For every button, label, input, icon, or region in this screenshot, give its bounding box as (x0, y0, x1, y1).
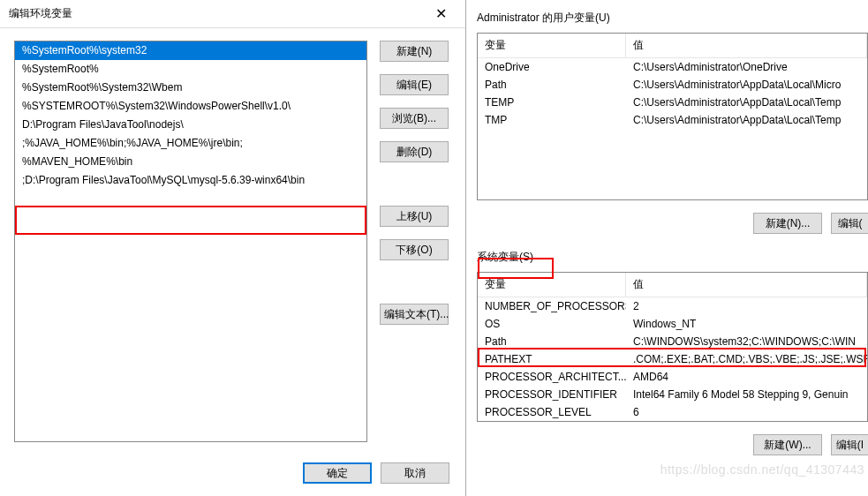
table-row[interactable]: OneDriveC:\Users\Administrator\OneDrive (478, 58, 867, 76)
user-edit-button[interactable]: 编辑( (831, 213, 868, 234)
table-row[interactable]: PROCESSOR_IDENTIFIERIntel64 Family 6 Mod… (478, 386, 867, 403)
column-value[interactable]: 值 (626, 273, 867, 297)
table-row[interactable]: OSWindows_NT (478, 315, 867, 333)
edit-button[interactable]: 编辑(E) (380, 74, 449, 95)
edit-text-button[interactable]: 编辑文本(T)... (380, 304, 449, 325)
table-row[interactable]: PROCESSOR_LEVEL6 (478, 403, 867, 421)
path-entries-listbox[interactable]: %SystemRoot%\system32 %SystemRoot% %Syst… (14, 41, 367, 442)
list-item[interactable]: D:\Program Files\JavaTool\nodejs\ (15, 116, 366, 134)
user-vars-table[interactable]: 变量 值 OneDriveC:\Users\Administrator\OneD… (477, 33, 868, 200)
column-value[interactable]: 值 (626, 34, 867, 57)
edit-env-var-dialog: 编辑环境变量 ✕ %SystemRoot%\system32 %SystemRo… (0, 0, 466, 496)
cancel-button[interactable]: 取消 (381, 462, 449, 484)
list-item[interactable]: %MAVEN_HOME%\bin (15, 153, 366, 171)
list-item[interactable]: ;D:\Program Files\JavaTool\MySQL\mysql-5… (15, 171, 366, 190)
browse-button[interactable]: 浏览(B)... (380, 108, 449, 129)
table-header: 变量 值 (478, 34, 867, 58)
env-vars-panel: Administrator 的用户变量(U) 变量 值 OneDriveC:\U… (468, 0, 868, 496)
sys-new-button[interactable]: 新建(W)... (753, 434, 822, 455)
dialog-title: 编辑环境变量 (9, 6, 72, 21)
move-up-button[interactable]: 上移(U) (380, 206, 449, 227)
user-vars-label: Administrator 的用户变量(U) (468, 7, 868, 33)
sys-edit-button[interactable]: 编辑(I (831, 434, 868, 455)
dialog-titlebar: 编辑环境变量 ✕ (0, 0, 465, 28)
new-button[interactable]: 新建(N) (380, 41, 449, 62)
list-item[interactable]: %SystemRoot%\system32 (15, 41, 366, 60)
table-row[interactable]: PathC:\Users\Administrator\AppData\Local… (478, 76, 867, 94)
user-new-button[interactable]: 新建(N)... (753, 213, 822, 234)
ok-button[interactable]: 确定 (303, 462, 372, 484)
highlight-annotation (15, 206, 366, 235)
list-item[interactable]: ;%JAVA_HOME%\bin;%JAVA_HOME%\jre\bin; (15, 134, 366, 153)
sys-vars-label: 系统变量(S) (468, 246, 868, 272)
column-name[interactable]: 变量 (478, 273, 626, 297)
table-row[interactable]: PROCESSOR_ARCHITECT...AMD64 (478, 368, 867, 386)
column-name[interactable]: 变量 (478, 34, 626, 57)
list-item[interactable]: %SystemRoot% (15, 60, 366, 79)
close-icon[interactable]: ✕ (423, 5, 458, 22)
table-row[interactable]: NUMBER_OF_PROCESSORS2 (478, 297, 867, 315)
table-row[interactable]: PATHEXT.COM;.EXE;.BAT;.CMD;.VBS;.VBE;.JS… (478, 350, 867, 368)
table-row[interactable]: TMPC:\Users\Administrator\AppData\Local\… (478, 111, 867, 129)
delete-button[interactable]: 删除(D) (380, 141, 449, 162)
sys-vars-table[interactable]: 变量 值 NUMBER_OF_PROCESSORS2 OSWindows_NT … (477, 272, 868, 422)
table-row[interactable]: PathC:\WINDOWS\system32;C:\WINDOWS;C:\WI… (478, 333, 867, 350)
list-item[interactable]: %SYSTEMROOT%\System32\WindowsPowerShell\… (15, 97, 366, 116)
table-row[interactable]: TEMPC:\Users\Administrator\AppData\Local… (478, 94, 867, 111)
table-header: 变量 值 (478, 273, 867, 297)
list-item[interactable]: %SystemRoot%\System32\Wbem (15, 79, 366, 97)
move-down-button[interactable]: 下移(O) (380, 239, 449, 260)
